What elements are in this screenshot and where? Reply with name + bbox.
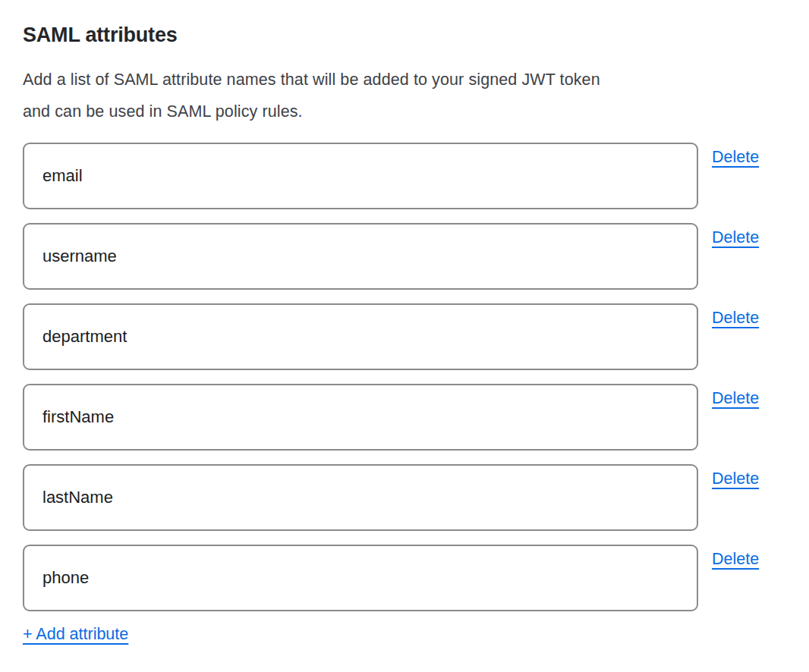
attribute-list: Delete Delete Delete Delete Delete Delet… [23,143,779,611]
delete-link[interactable]: Delete [712,228,759,248]
delete-link[interactable]: Delete [712,389,759,409]
attribute-input[interactable] [23,223,698,290]
attribute-input[interactable] [23,303,698,370]
attribute-input[interactable] [23,545,698,611]
attribute-row: Delete [23,303,779,370]
section-description-line1: Add a list of SAML attribute names that … [23,64,779,96]
attribute-input[interactable] [23,464,698,531]
delete-link[interactable]: Delete [712,148,759,168]
delete-link[interactable]: Delete [712,550,759,570]
attribute-row: Delete [23,545,779,611]
section-description: Add a list of SAML attribute names that … [23,64,779,127]
attribute-input[interactable] [23,143,698,209]
section-description-line2: and can be used in SAML policy rules. [23,96,779,127]
delete-link[interactable]: Delete [712,309,759,328]
add-attribute-link[interactable]: + Add attribute [23,625,128,643]
attribute-input[interactable] [23,384,698,451]
attribute-row: Delete [23,464,779,531]
saml-attributes-section: SAML attributes Add a list of SAML attri… [0,0,809,645]
add-attribute-row: + Add attribute [23,625,779,645]
attribute-row: Delete [23,143,779,209]
attribute-row: Delete [23,384,779,451]
page-title: SAML attributes [23,23,779,49]
attribute-row: Delete [23,223,779,290]
delete-link[interactable]: Delete [712,469,759,489]
